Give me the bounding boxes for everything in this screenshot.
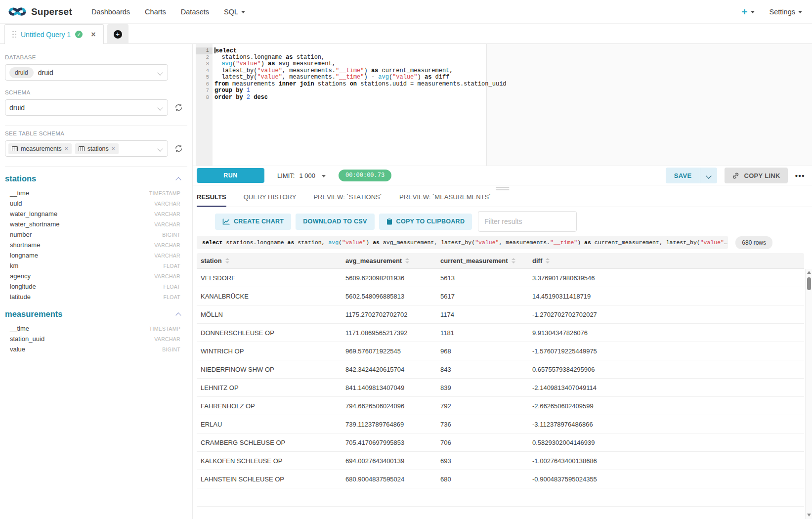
query-preview-token: …: [724, 239, 727, 246]
table-cell: 739.1123789764869: [342, 421, 436, 428]
scroll-down-icon[interactable]: [807, 514, 811, 517]
table-schema-chips: measurements×stations×: [8, 143, 119, 154]
table-chip-stations[interactable]: stations×: [75, 143, 119, 154]
table-cell: 839: [436, 384, 528, 391]
copy-link-button[interactable]: COPY LINK: [725, 168, 787, 183]
query-tab-active[interactable]: Untitled Query 1 ✓ ×: [4, 24, 104, 44]
table-chip-measurements[interactable]: measurements×: [8, 143, 72, 154]
code-token: , measurements.: [282, 74, 336, 81]
refresh-schema-icon[interactable]: [174, 103, 183, 112]
tab-preview-stations[interactable]: PREVIEW: `STATIONS`: [313, 193, 382, 207]
query-preview-token: avg: [328, 239, 339, 246]
tab-preview-measurements[interactable]: PREVIEW: `MEASUREMENTS`: [399, 193, 491, 207]
superset-brand[interactable]: Superset: [8, 5, 72, 18]
table-cell: VELSDORF: [197, 274, 342, 282]
column-row: station_uuidVARCHAR: [5, 334, 192, 344]
limit-dropdown[interactable]: LIMIT: 1 000: [277, 172, 326, 179]
code-token: latest_by(: [214, 74, 257, 81]
pane-resize-handle[interactable]: [496, 187, 509, 192]
nav-item-dashboards[interactable]: Dashboards: [84, 8, 137, 16]
tab-query-history[interactable]: QUERY HISTORY: [244, 193, 297, 207]
chevron-down-icon: [157, 105, 163, 110]
scroll-up-icon[interactable]: [807, 271, 811, 274]
query-preview-token: , measurements.: [499, 239, 550, 246]
table-grid-icon: [12, 146, 18, 151]
table-header-stations[interactable]: stations: [5, 174, 192, 183]
line-number: 1: [196, 47, 213, 54]
column-row: kmFLOAT: [5, 260, 192, 271]
add-query-tab-button[interactable]: +: [107, 24, 128, 44]
table-cell: ERLAU: [197, 421, 342, 428]
code-token: "__time": [336, 74, 364, 81]
code-token: "value": [236, 60, 260, 67]
tab-results[interactable]: RESULTS: [197, 193, 226, 207]
column-header-station[interactable]: station: [197, 253, 342, 268]
column-type: VARCHAR: [154, 242, 180, 248]
download-csv-button[interactable]: DOWNLOAD TO CSV: [296, 214, 374, 230]
table-cell: 5602.548096885813: [342, 293, 436, 300]
drag-dots-icon[interactable]: [12, 31, 16, 38]
table-row: LAHNSTEIN SCHLEUSE OP680.900483759502468…: [197, 470, 804, 488]
table-cell: MÖLLN: [197, 311, 342, 318]
link-icon: [732, 172, 739, 179]
column-row: valueBIGINT: [5, 344, 192, 354]
table-schema-select[interactable]: measurements×stations×: [5, 140, 168, 157]
copy-link-label: COPY LINK: [744, 172, 780, 179]
table-cell: 1181: [436, 329, 528, 337]
column-type: VARCHAR: [154, 201, 180, 207]
table-cell: 680.9004837595024: [342, 476, 436, 483]
row-count-badge: 680 rows: [735, 236, 772, 249]
code-token: ): [364, 67, 371, 74]
column-header-current-measurement[interactable]: current_measurement: [436, 253, 528, 268]
filter-results-input[interactable]: [478, 211, 577, 232]
results-controls: CREATE CHART DOWNLOAD TO CSV COPY TO CLI…: [215, 211, 812, 232]
sort-icon: [225, 258, 229, 263]
download-csv-label: DOWNLOAD TO CSV: [303, 218, 367, 225]
sqllab-workspace: 12345678 select stations.longname as sta…: [193, 44, 812, 519]
column-header-label: avg_measurement: [345, 257, 402, 264]
schema-tables: stations__timeTIMESTAMPuuidVARCHARwater_…: [5, 174, 192, 354]
code-token: "value": [257, 67, 282, 74]
save-button[interactable]: SAVE: [666, 172, 700, 179]
refresh-tables-icon[interactable]: [174, 144, 183, 153]
run-button[interactable]: RUN: [197, 168, 264, 183]
nav-item-charts[interactable]: Charts: [137, 8, 173, 16]
column-header-avg-measurement[interactable]: avg_measurement: [342, 253, 436, 268]
column-header-diff[interactable]: diff: [528, 253, 804, 268]
table-cell: 693: [436, 457, 528, 465]
table-header-measurements[interactable]: measurements: [5, 309, 192, 319]
new-item-button[interactable]: +: [741, 6, 754, 18]
clipboard-icon: [386, 218, 392, 225]
table-cell: 794.6626506024096: [342, 402, 436, 410]
copy-clipboard-button[interactable]: COPY TO CLIPBOARD: [379, 214, 472, 230]
database-value: druid: [38, 69, 53, 77]
code-token: stations: [314, 81, 350, 87]
table-cell: 14.45190311418719: [528, 293, 804, 300]
nav-item-datasets[interactable]: Datasets: [173, 8, 216, 16]
code-line: latest_by("value", measurements."__time"…: [213, 68, 812, 75]
more-options-button[interactable]: •••: [795, 172, 805, 180]
results-scrollbar[interactable]: [805, 269, 812, 519]
create-chart-button[interactable]: CREATE CHART: [215, 214, 291, 230]
editor-code[interactable]: select stations.longname as station, avg…: [213, 44, 812, 166]
schema-select[interactable]: druid: [5, 99, 168, 116]
column-name: latitude: [10, 293, 31, 301]
save-dropdown-button[interactable]: [700, 171, 717, 180]
close-icon[interactable]: ×: [91, 31, 95, 39]
table-cell: 5613: [436, 274, 528, 282]
settings-menu[interactable]: Settings: [769, 8, 802, 16]
brand-name: Superset: [31, 6, 72, 17]
scrollbar-thumb[interactable]: [807, 277, 811, 290]
code-token: ): [418, 74, 425, 81]
code-token: diff: [431, 74, 449, 81]
table-row: DONNERSCHLEUSE OP1171.086956521739211819…: [197, 324, 804, 342]
column-name: shortname: [10, 241, 40, 249]
sql-editor[interactable]: 12345678 select stations.longname as sta…: [193, 44, 812, 166]
nav-item-sql[interactable]: SQL: [216, 8, 253, 16]
query-preview-bar[interactable]: select stations.longname as station, avg…: [197, 236, 728, 249]
database-select[interactable]: druid druid: [5, 64, 168, 81]
close-icon[interactable]: ×: [112, 145, 115, 152]
close-icon[interactable]: ×: [65, 145, 68, 152]
table-row: LEHNITZ OP841.1409813407049839-2.1409813…: [197, 379, 804, 397]
column-type: VARCHAR: [154, 273, 180, 279]
